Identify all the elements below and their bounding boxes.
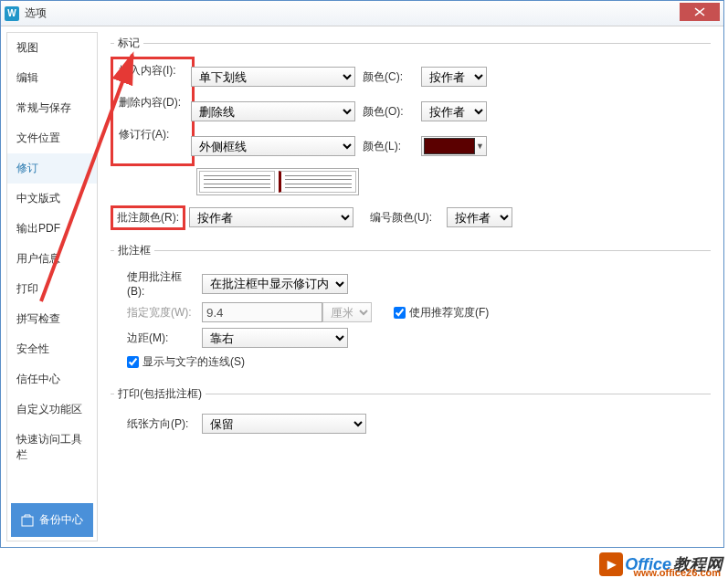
window-title: 选项 [25, 5, 680, 21]
app-icon: W [5, 6, 19, 21]
marks-section: 标记 插入内容(I): 删除内容(D): 修订行(A): 单下划线 颜色(C): [111, 36, 711, 236]
marks-legend: 标记 [114, 36, 143, 51]
orientation-label: 纸张方向(P): [127, 416, 195, 432]
comment-box-legend: 批注框 [114, 243, 154, 258]
margin-select[interactable]: 靠右 [202, 328, 348, 348]
sidebar-item-13[interactable]: 快速访问工具栏 [7, 425, 97, 470]
width-label: 指定宽度(W): [127, 305, 195, 321]
sidebar-item-12[interactable]: 自定义功能区 [7, 394, 97, 425]
color-swatch-darkred [424, 138, 475, 154]
svg-rect-0 [22, 517, 33, 526]
sidebar-item-11[interactable]: 信任中心 [7, 364, 97, 394]
comment-box-section: 批注框 使用批注框(B): 在批注框中显示修订内容 指定宽度(W): 厘米 使用 [111, 243, 711, 379]
sidebar-item-4[interactable]: 修订 [7, 153, 97, 184]
chevron-down-icon: ▼ [476, 142, 484, 151]
sidebar-item-6[interactable]: 输出PDF [7, 214, 97, 244]
comment-color-label: 批注颜色(R): [117, 211, 179, 224]
revline-color-select[interactable]: ▼ [421, 136, 487, 156]
num-color-select[interactable]: 按作者 [447, 207, 512, 227]
insert-color-label: 颜色(C): [363, 69, 414, 85]
print-section: 打印(包括批注框) 纸张方向(P): 保留 [111, 386, 711, 442]
recommend-width-checkbox[interactable] [394, 307, 406, 319]
watermark-url: www.office26.com [633, 567, 721, 578]
sidebar-item-9[interactable]: 拼写检查 [7, 304, 97, 334]
sidebar-item-3[interactable]: 文件位置 [7, 123, 97, 153]
delete-label: 删除内容(D): [119, 95, 186, 110]
sidebar-item-7[interactable]: 用户信息 [7, 244, 97, 274]
sidebar-item-2[interactable]: 常规与保存 [7, 93, 97, 123]
sidebar-item-5[interactable]: 中文版式 [7, 184, 97, 214]
print-legend: 打印(包括批注框) [114, 386, 206, 402]
backup-label: 备份中心 [39, 512, 83, 528]
sidebar-item-8[interactable]: 打印 [7, 274, 97, 304]
close-icon [694, 7, 705, 16]
width-unit-select: 厘米 [322, 302, 372, 322]
backup-center-button[interactable]: 备份中心 [11, 503, 93, 537]
watermark-icon: ▶ [599, 552, 623, 576]
sidebar-item-10[interactable]: 安全性 [7, 334, 97, 364]
sidebar-item-0[interactable]: 视图 [7, 33, 97, 63]
backup-icon [21, 514, 34, 527]
width-input [202, 302, 322, 322]
main-panel: 标记 插入内容(I): 删除内容(D): 修订行(A): 单下划线 颜色(C): [103, 32, 718, 541]
insert-color-select[interactable]: 按作者 [421, 67, 487, 87]
revline-color-label: 颜色(L): [363, 139, 414, 154]
use-box-select[interactable]: 在批注框中显示修订内容 [202, 274, 348, 294]
show-lines-label: 显示与文字的连线(S) [142, 354, 245, 370]
revline-label: 修订行(A): [119, 127, 186, 142]
sidebar-item-1[interactable]: 编辑 [7, 63, 97, 93]
watermark: ▶ Office 教程网 www.office26.com [599, 552, 723, 576]
orientation-select[interactable]: 保留 [202, 414, 366, 434]
close-button[interactable] [680, 3, 720, 21]
comment-color-select[interactable]: 按作者 [189, 207, 353, 227]
delete-color-select[interactable]: 按作者 [421, 101, 487, 121]
recommend-width-label: 使用推荐宽度(F) [409, 305, 489, 321]
margin-label: 边距(M): [127, 331, 195, 346]
delete-color-label: 颜色(O): [363, 104, 414, 120]
num-color-label: 编号颜色(U): [370, 210, 439, 226]
revline-style-select[interactable]: 外侧框线 [191, 136, 355, 156]
revline-preview [196, 168, 359, 195]
use-box-label: 使用批注框(B): [127, 269, 195, 298]
sidebar: 视图编辑常规与保存文件位置修订中文版式输出PDF用户信息打印拼写检查安全性信任中… [6, 32, 98, 541]
insert-style-select[interactable]: 单下划线 [191, 67, 355, 87]
delete-style-select[interactable]: 删除线 [191, 101, 355, 121]
insert-label: 插入内容(I): [119, 63, 186, 79]
show-lines-checkbox[interactable] [127, 356, 139, 368]
